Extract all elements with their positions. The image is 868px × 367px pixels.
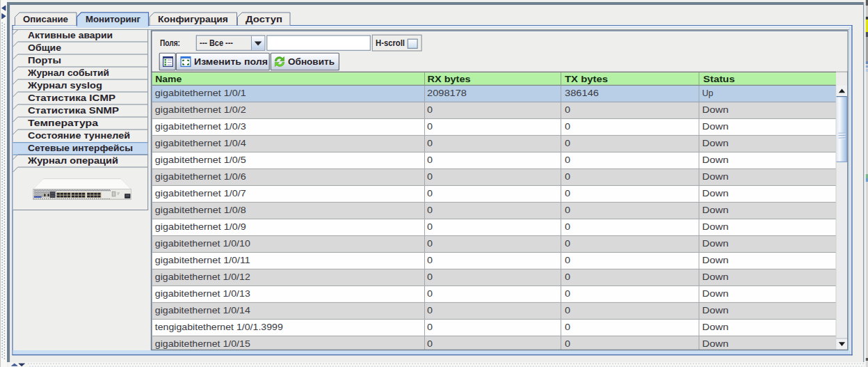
svg-text:gigabitethernet 1/0/3: gigabitethernet 1/0/3 <box>155 121 246 132</box>
svg-text:gigabitethernet 1/0/13: gigabitethernet 1/0/13 <box>155 288 250 299</box>
svg-text:Активные аварии: Активные аварии <box>28 30 113 40</box>
svg-text:0: 0 <box>565 205 570 215</box>
svg-text:Сетевые интерфейсы: Сетевые интерфейсы <box>28 143 133 153</box>
svg-text:Up: Up <box>702 88 714 98</box>
svg-text:Общие: Общие <box>28 42 61 53</box>
svg-text:0: 0 <box>427 155 433 165</box>
svg-text:gigabitethernet 1/0/12: gigabitethernet 1/0/12 <box>155 272 250 282</box>
svg-text:Изменить поля: Изменить поля <box>194 56 268 67</box>
svg-text:gigabitethernet 1/0/14: gigabitethernet 1/0/14 <box>155 305 250 315</box>
svg-text:Журнал операций: Журнал операций <box>27 155 118 166</box>
svg-text:Down: Down <box>702 338 729 349</box>
svg-text:0: 0 <box>427 171 433 182</box>
svg-text:0: 0 <box>427 121 433 132</box>
svg-text:0: 0 <box>427 272 433 282</box>
svg-text:0: 0 <box>565 322 570 332</box>
svg-text:Down: Down <box>702 121 729 132</box>
svg-text:0: 0 <box>565 255 570 265</box>
svg-text:Name: Name <box>155 74 182 84</box>
svg-text:0: 0 <box>427 288 433 299</box>
svg-text:gigabitethernet 1/0/9: gigabitethernet 1/0/9 <box>155 221 246 232</box>
svg-text:Down: Down <box>702 188 729 198</box>
svg-text:gigabitethernet 1/0/10: gigabitethernet 1/0/10 <box>155 238 250 249</box>
svg-text:Поля:: Поля: <box>160 38 180 48</box>
svg-text:Журнал событий: Журнал событий <box>27 68 109 78</box>
svg-text:0: 0 <box>565 288 570 299</box>
svg-text:gigabitethernet 1/0/15: gigabitethernet 1/0/15 <box>155 338 250 349</box>
svg-text:Down: Down <box>702 255 729 265</box>
svg-text:Журнал syslog: Журнал syslog <box>27 80 102 91</box>
svg-text:gigabitethernet 1/0/8: gigabitethernet 1/0/8 <box>155 205 246 215</box>
svg-text:Down: Down <box>702 138 729 148</box>
svg-text:gigabitethernet 1/0/11: gigabitethernet 1/0/11 <box>155 255 250 265</box>
svg-text:0: 0 <box>427 238 433 249</box>
svg-text:0: 0 <box>427 255 433 265</box>
svg-text:0: 0 <box>565 221 570 232</box>
svg-text:gigabitethernet 1/0/5: gigabitethernet 1/0/5 <box>155 155 246 165</box>
svg-text:2098178: 2098178 <box>427 88 467 98</box>
svg-text:0: 0 <box>565 104 570 115</box>
svg-text:gigabitethernet 1/0/1: gigabitethernet 1/0/1 <box>155 88 246 98</box>
svg-text:gigabitethernet 1/0/4: gigabitethernet 1/0/4 <box>155 138 246 148</box>
svg-text:Status: Status <box>703 74 735 84</box>
svg-text:0: 0 <box>565 238 570 249</box>
svg-text:0: 0 <box>565 138 570 148</box>
svg-text:Статистика ICMP: Статистика ICMP <box>28 93 115 103</box>
svg-text:Down: Down <box>702 272 729 282</box>
svg-text:0: 0 <box>427 221 433 232</box>
svg-text:0: 0 <box>427 104 433 115</box>
svg-text:0: 0 <box>427 138 433 148</box>
svg-text:0: 0 <box>565 272 570 282</box>
svg-text:Down: Down <box>702 322 729 332</box>
svg-text:gigabitethernet 1/0/7: gigabitethernet 1/0/7 <box>155 188 246 198</box>
svg-text:Мониторинг: Мониторинг <box>86 14 141 24</box>
svg-text:Down: Down <box>702 221 729 232</box>
svg-text:--- Все ---: --- Все --- <box>200 38 233 48</box>
svg-text:0: 0 <box>427 322 433 332</box>
svg-text:Down: Down <box>702 104 729 115</box>
svg-text:0: 0 <box>565 155 570 165</box>
svg-text:Конфигурация: Конфигурация <box>158 14 228 24</box>
svg-text:Состояние туннелей: Состояние туннелей <box>28 130 130 141</box>
svg-text:Порты: Порты <box>28 55 61 65</box>
svg-text:Статистика SNMP: Статистика SNMP <box>28 105 119 116</box>
svg-text:Down: Down <box>702 155 729 165</box>
svg-text:0: 0 <box>427 338 433 349</box>
svg-text:Описание: Описание <box>23 14 68 24</box>
svg-text:Down: Down <box>702 305 729 315</box>
svg-text:Обновить: Обновить <box>288 56 335 67</box>
svg-text:0: 0 <box>565 171 570 182</box>
svg-text:Down: Down <box>702 238 729 249</box>
svg-text:Доступ: Доступ <box>246 14 282 24</box>
svg-text:0: 0 <box>427 188 433 198</box>
svg-text:0: 0 <box>427 205 433 215</box>
svg-text:0: 0 <box>565 305 570 315</box>
svg-text:Температура: Температура <box>28 118 99 128</box>
svg-text:tengigabitethernet 1/0/1.3999: tengigabitethernet 1/0/1.3999 <box>155 322 283 332</box>
svg-text:H-scroll: H-scroll <box>376 38 405 48</box>
svg-text:0: 0 <box>565 338 570 349</box>
svg-text:0: 0 <box>427 305 433 315</box>
svg-text:0: 0 <box>565 121 570 132</box>
svg-text:TX bytes: TX bytes <box>565 74 608 84</box>
svg-text:RX bytes: RX bytes <box>428 74 471 84</box>
svg-text:Down: Down <box>702 288 729 299</box>
svg-text:Down: Down <box>702 205 729 215</box>
svg-text:Down: Down <box>702 171 729 182</box>
svg-text:386146: 386146 <box>565 88 599 98</box>
svg-text:gigabitethernet 1/0/2: gigabitethernet 1/0/2 <box>155 104 246 115</box>
svg-text:0: 0 <box>565 188 570 198</box>
svg-text:gigabitethernet 1/0/6: gigabitethernet 1/0/6 <box>155 171 246 182</box>
